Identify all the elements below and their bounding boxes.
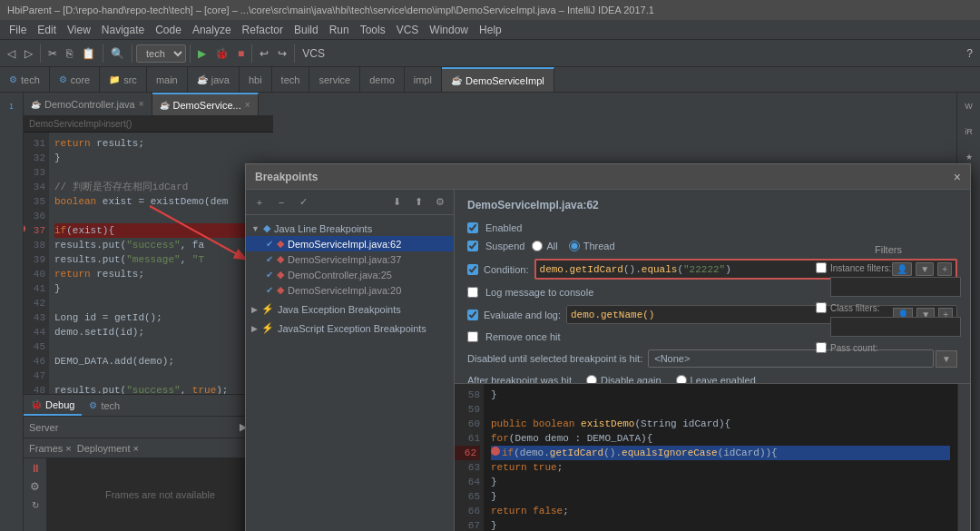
bp-export-btn[interactable]: ⬇ <box>387 192 407 212</box>
tab-hbi[interactable]: hbi <box>240 67 272 92</box>
toolbar-paste-btn[interactable]: 📋 <box>78 45 99 62</box>
code-line: return results; <box>54 136 268 151</box>
bp-disable-again-radio[interactable] <box>586 375 597 383</box>
menu-code[interactable]: Code <box>150 22 187 38</box>
chevron-icon: ▶ <box>251 305 258 314</box>
bp-group-java-exception-header[interactable]: ▶ ⚡ Java Exception Breakpoints <box>246 301 454 317</box>
sidebar-project-icon[interactable]: 1 <box>2 96 22 116</box>
close-icon[interactable]: × <box>139 99 144 109</box>
toolbar-search-btn[interactable]: 🔍 <box>107 45 128 62</box>
tab-impl[interactable]: impl <box>405 67 442 92</box>
instance-filters-checkbox[interactable] <box>816 262 827 273</box>
bp-import-btn[interactable]: ⬆ <box>408 192 428 212</box>
bp-settings-btn[interactable]: ⚙ <box>430 192 450 212</box>
bp-item-0[interactable]: ✔ ◆ DemoServiceImpl.java:62 <box>246 236 454 251</box>
bp-evaluate-checkbox[interactable] <box>467 310 478 320</box>
menu-help[interactable]: Help <box>474 22 507 38</box>
bp-enabled-checkbox[interactable] <box>467 222 478 233</box>
bp-suspend-checkbox[interactable] <box>467 241 478 251</box>
toolbar-forward-btn[interactable]: ▷ <box>21 45 36 62</box>
tab-main[interactable]: main <box>147 67 188 92</box>
debug-tabs: 🐞 Debug ⚙ tech <box>24 395 273 417</box>
tab-src[interactable]: 📁 src <box>100 67 147 92</box>
toolbar-tech-dropdown[interactable]: tech <box>136 44 186 63</box>
toolbar-copy-btn[interactable]: ⎘ <box>63 45 76 62</box>
toolbar-run-btn[interactable]: ▶ <box>194 45 210 62</box>
bp-item-2[interactable]: ✔ ◆ DemoController.java:25 <box>246 267 454 282</box>
toolbar-redo-btn[interactable]: ↪ <box>274 45 290 62</box>
class-filters-input[interactable] <box>830 317 961 337</box>
bp-item-1[interactable]: ✔ ◆ DemoServiceImpl.java:37 <box>246 251 454 267</box>
leave-enabled-label[interactable]: Leave enabled <box>676 375 756 383</box>
toolbar-back-btn[interactable]: ◁ <box>4 45 19 62</box>
bp-all-radio-label[interactable]: All <box>532 241 557 251</box>
bp-add-btn[interactable]: + <box>250 192 270 212</box>
pass-count-checkbox[interactable] <box>816 342 827 353</box>
sidebar-web-icon[interactable]: W <box>959 96 979 116</box>
menu-edit[interactable]: Edit <box>32 22 62 38</box>
tab-core[interactable]: ⚙ core <box>50 67 100 92</box>
toolbar-vcs-btn[interactable]: VCS <box>299 45 328 62</box>
disable-again-label[interactable]: Disable again <box>586 375 662 383</box>
breakpoints-dialog: Breakpoints × + − ✓ ⬇ ⬆ ⚙ <box>245 163 971 531</box>
bp-remove-btn[interactable]: − <box>271 192 291 212</box>
menu-window[interactable]: Window <box>424 22 474 38</box>
bp-group-js-exception-header[interactable]: ▶ ⚡ JavaScript Exception Breakpoints <box>246 320 454 336</box>
bp-leave-enabled-radio[interactable] <box>676 375 687 383</box>
bp-condition-checkbox[interactable] <box>467 264 478 275</box>
bp-red-icon: ◆ <box>277 284 284 296</box>
pause-btn[interactable]: ⏸ <box>29 462 42 475</box>
settings-icon[interactable]: ⚙ <box>29 480 42 493</box>
file-tab-demoserviceimpl[interactable]: ☕ DemoService... × <box>152 93 259 115</box>
irebel-icon[interactable]: ↻ <box>29 498 42 511</box>
bp-item-3[interactable]: ✔ ◆ DemoServiceImpl.java:20 <box>246 282 454 298</box>
menu-file[interactable]: File <box>4 22 32 38</box>
toolbar-stop-btn[interactable]: ■ <box>234 45 248 62</box>
bp-after-label: After breakpoint was hit <box>467 375 572 383</box>
bp-thread-radio-label[interactable]: Thread <box>569 241 615 251</box>
bp-group-java-line-header[interactable]: ▼ ◆ Java Line Breakpoints <box>246 221 454 236</box>
code-line-67: } <box>491 518 950 531</box>
toolbar-cut-btn[interactable]: ✂ <box>44 45 61 62</box>
menu-tools[interactable]: Tools <box>355 22 391 38</box>
tab-tech2[interactable]: tech <box>272 67 310 92</box>
menu-view[interactable]: View <box>62 22 96 38</box>
bp-disabled-until-label: Disabled until selected breakpoint is hi… <box>467 353 642 364</box>
pass-count-section: Pass count: <box>816 342 961 353</box>
bp-item-label-0: DemoServiceImpl.java:62 <box>288 239 401 250</box>
class-filters-checkbox[interactable] <box>816 302 827 313</box>
menu-navigate[interactable]: Navigate <box>96 22 150 38</box>
toolbar-help-btn[interactable]: ? <box>963 45 976 62</box>
toolbar-undo-btn[interactable]: ↩ <box>256 45 272 62</box>
dialog-close-btn[interactable]: × <box>954 170 961 184</box>
menu-build[interactable]: Build <box>289 22 324 38</box>
bp-enable-btn[interactable]: ✓ <box>293 192 313 212</box>
menu-analyze[interactable]: Analyze <box>187 22 237 38</box>
server-label: Server <box>29 422 58 433</box>
bp-thread-radio[interactable] <box>569 241 580 251</box>
bp-list-toolbar: + − ✓ ⬇ ⬆ ⚙ <box>246 190 454 215</box>
bp-all-radio[interactable] <box>532 241 543 251</box>
bp-remove-once-checkbox[interactable] <box>467 331 478 342</box>
instance-filters-input[interactable] <box>830 277 961 297</box>
code-line <box>54 339 268 354</box>
code-scrollbar[interactable] <box>957 384 970 531</box>
tab-demo[interactable]: demo <box>360 67 405 92</box>
debug-tab-tech[interactable]: ⚙ tech <box>82 395 127 416</box>
tab-java[interactable]: ☕ java <box>188 67 240 92</box>
menu-vcs[interactable]: VCS <box>391 22 425 38</box>
menu-run[interactable]: Run <box>324 22 355 38</box>
tab-tech[interactable]: ⚙ tech <box>0 67 50 92</box>
file-tab-democontroller[interactable]: ☕ DemoController.java × <box>24 93 152 115</box>
dialog-body: + − ✓ ⬇ ⬆ ⚙ ▼ ◆ Java Line Breakpoints <box>246 190 970 531</box>
tab-service[interactable]: service <box>309 67 360 92</box>
debug-tab-debug[interactable]: 🐞 Debug <box>24 395 82 416</box>
bp-log-checkbox[interactable] <box>467 287 478 298</box>
menu-refactor[interactable]: Refactor <box>237 22 289 38</box>
sidebar-irebel-icon[interactable]: iR <box>959 122 979 142</box>
debug-toolbar: Server ▶ ↓ <box>24 417 273 438</box>
code-line-37: if(exist){ <box>54 223 268 238</box>
toolbar-debug-btn[interactable]: 🐞 <box>211 45 232 62</box>
tab-demoserviceimpl[interactable]: ☕ DemoServiceImpl <box>442 67 554 92</box>
close-icon2[interactable]: × <box>245 100 250 110</box>
